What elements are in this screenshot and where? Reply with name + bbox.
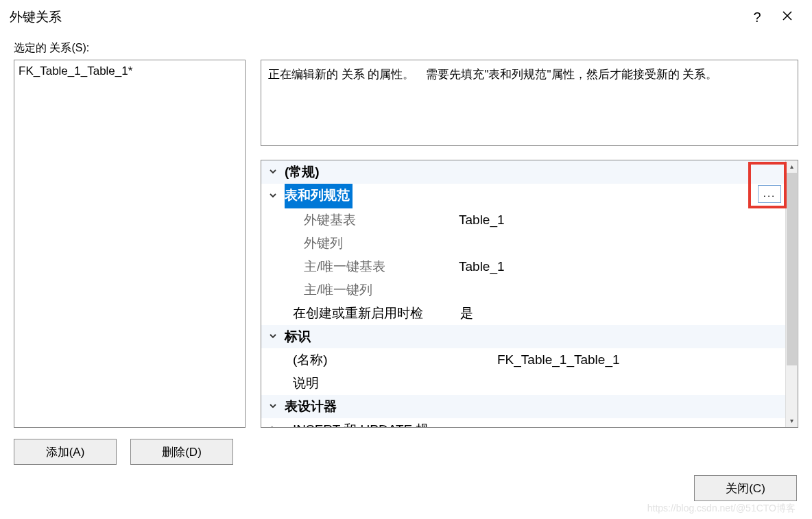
- relations-listbox[interactable]: FK_Table_1_Table_1*: [14, 60, 246, 428]
- row-check-existing[interactable]: 在创建或重新启用时检 是: [261, 302, 785, 325]
- row-table-column-spec[interactable]: 表和列规范: [261, 184, 785, 208]
- val-check: 是: [460, 302, 473, 325]
- chevron-right-icon[interactable]: [261, 418, 285, 427]
- row-fk-column[interactable]: 外键列: [261, 232, 785, 255]
- row-name[interactable]: (名称) FK_Table_1_Table_1: [261, 348, 785, 372]
- val-fk-base-table: Table_1: [459, 208, 505, 232]
- relation-item[interactable]: FK_Table_1_Table_1*: [19, 63, 241, 80]
- category-table-designer[interactable]: 表设计器: [261, 395, 785, 418]
- close-button[interactable]: 关闭(C): [694, 475, 797, 501]
- row-description[interactable]: 说明: [261, 372, 785, 395]
- chevron-down-icon[interactable]: [261, 395, 285, 418]
- chevron-down-icon[interactable]: [261, 184, 285, 208]
- chevron-down-icon[interactable]: [261, 160, 285, 184]
- row-insert-update[interactable]: INSERT 和 UPDATE 规: [261, 418, 785, 427]
- add-button[interactable]: 添加(A): [14, 439, 117, 465]
- vertical-scrollbar[interactable]: ▴ ▾: [785, 160, 798, 427]
- chevron-down-icon[interactable]: [261, 325, 285, 348]
- val-name[interactable]: FK_Table_1_Table_1: [497, 348, 620, 372]
- property-grid[interactable]: (常规) 表和列规范 外键基表 Table_1: [261, 160, 798, 428]
- delete-button[interactable]: 删除(D): [130, 439, 233, 465]
- val-pk-base-table: Table_1: [459, 255, 505, 278]
- watermark-text: https://blog.csdn.net/@51CTO博客: [647, 503, 796, 515]
- close-icon[interactable]: [772, 10, 802, 25]
- category-identity[interactable]: 标识: [261, 325, 785, 348]
- info-text: 正在编辑新的 关系 的属性。 需要先填充"表和列规范"属性，然后才能接受新的 关…: [261, 60, 798, 146]
- scroll-up-icon[interactable]: ▴: [786, 160, 798, 173]
- selected-relations-label: 选定的 关系(S):: [14, 41, 798, 56]
- row-pk-column[interactable]: 主/唯一键列: [261, 278, 785, 302]
- dialog-title: 外键关系: [10, 8, 742, 26]
- row-fk-base-table[interactable]: 外键基表 Table_1: [261, 208, 785, 232]
- title-bar: 外键关系 ?: [0, 0, 812, 36]
- scroll-thumb[interactable]: [787, 173, 797, 365]
- category-general[interactable]: (常规): [261, 160, 785, 184]
- scroll-down-icon[interactable]: ▾: [786, 415, 798, 427]
- row-pk-base-table[interactable]: 主/唯一键基表 Table_1: [261, 255, 785, 278]
- browse-button[interactable]: ...: [758, 185, 781, 203]
- help-icon[interactable]: ?: [742, 10, 772, 25]
